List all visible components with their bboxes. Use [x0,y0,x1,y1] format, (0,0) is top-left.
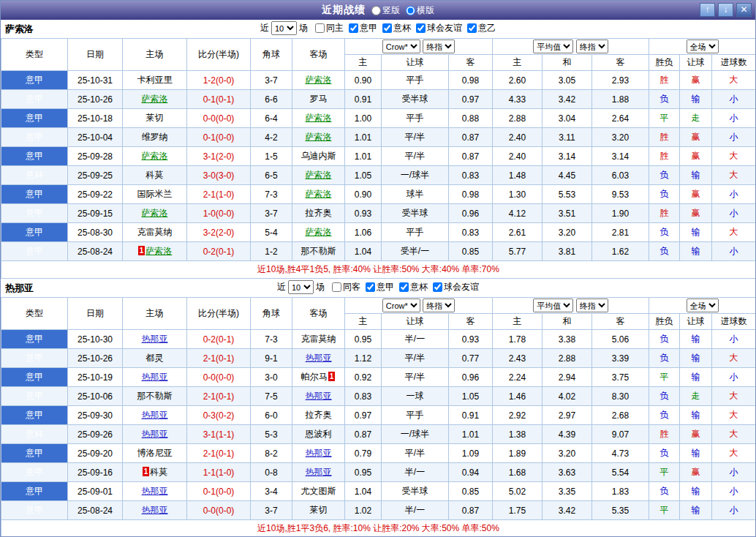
filter-option[interactable]: 同客 [332,281,360,293]
team-name-link[interactable]: 萨索洛 [142,94,168,104]
team-name-link[interactable]: 莱切 [310,505,328,515]
match-row: 意甲25-09-01热那亚0-1(0-0)3-4尤文图斯1.04受半球0.855… [1,482,756,501]
col-type: 类型 [1,298,68,330]
scroll-down-button[interactable]: ↓ [718,3,733,17]
filter-checkbox[interactable] [433,282,442,292]
team-name-link[interactable]: 拉齐奥 [306,208,332,218]
team-name-link[interactable]: 国际米兰 [137,189,173,199]
filter-option[interactable]: 球会友谊 [416,22,462,34]
filter-bar: 近 10 场 同客意甲意杯球会友谊 [1,280,755,294]
avg-home-cell: 2.40 [493,147,543,166]
team-name-link[interactable]: 萨索洛 [306,75,332,85]
team-name-link[interactable]: 帕尔马 [301,372,328,382]
result-cell: 平 [649,501,680,520]
result-cell: 负 [649,349,680,368]
filter-option[interactable]: 意杯 [399,281,428,293]
layout-radio[interactable] [371,6,381,15]
filter-checkbox[interactable] [332,282,341,292]
recent-count-select[interactable]: 10 [271,21,297,35]
team-name-link[interactable]: 莱切 [146,113,164,123]
avg-select[interactable]: 平均值 [533,40,573,53]
team-name-link[interactable]: 萨索洛 [306,189,332,199]
away-odds-cell: 0.83 [449,223,493,242]
full-match-select[interactable]: 全场 [687,298,719,312]
avg-home-cell: 1.38 [493,425,543,444]
filter-option[interactable]: 意甲 [349,22,377,34]
avg-home-cell: 2.61 [493,223,543,242]
team-name-link[interactable]: 萨索洛 [306,170,332,180]
filter-option[interactable]: 球会友谊 [433,281,479,293]
team-name-link[interactable]: 热那亚 [142,334,168,344]
team-name-link[interactable]: 萨索洛 [142,208,168,218]
team-name-link[interactable]: 科莫 [146,170,164,180]
layout-radio[interactable] [406,6,415,15]
match-row: 意甲25-10-30热那亚0-2(0-1)7-3克雷莫纳0.95半/一0.931… [1,330,756,349]
filter-checkbox[interactable] [467,23,477,33]
handicap-result-cell: 赢 [680,147,712,166]
filter-option[interactable]: 意杯 [382,22,411,34]
away-team-cell: 恩波利 [292,425,345,444]
team-name-link[interactable]: 克雷莫纳 [301,334,336,344]
team-name-link[interactable]: 热那亚 [142,410,168,420]
team-name-link[interactable]: 热那亚 [306,467,332,477]
avg-final-select[interactable]: 终指 [576,40,608,53]
titlebar: 近期战绩 竖版横版 ↑ ↓ ✕ [1,1,755,20]
odds-source-select[interactable]: Crow* [382,298,420,312]
filter-checkbox[interactable] [416,23,426,33]
team-name-link[interactable]: 科莫 [150,467,167,477]
filter-option[interactable]: 意甲 [366,281,394,293]
team-name-link[interactable]: 博洛尼亚 [137,448,173,458]
date-cell: 25-10-26 [68,90,123,109]
filter-checkbox[interactable] [366,282,375,292]
team-name-link[interactable]: 克雷莫纳 [137,227,173,237]
team-name-link[interactable]: 那不勒斯 [301,246,336,256]
team-name-link[interactable]: 都灵 [146,353,164,363]
goals-result-cell: 小 [712,90,756,109]
close-button[interactable]: ✕ [736,3,752,17]
filter-checkbox[interactable] [349,23,358,33]
odds-final-select[interactable]: 终指 [423,298,455,312]
avg-draw-cell: 2.88 [543,349,592,368]
filter-option[interactable]: 同主 [315,22,344,34]
date-cell: 25-10-19 [68,368,123,387]
filter-checkbox[interactable] [315,23,325,33]
team-name-link[interactable]: 热那亚 [306,353,332,363]
full-match-select[interactable]: 全场 [687,40,719,53]
team-name-link[interactable]: 乌迪内斯 [301,151,336,161]
team-name-link[interactable]: 那不勒斯 [137,391,173,401]
avg-away-cell: 3.75 [592,368,649,387]
avg-final-select[interactable]: 终指 [576,298,608,312]
odds-final-select[interactable]: 终指 [423,40,455,53]
team-name-link[interactable]: 萨索洛 [306,227,332,237]
filter-checkbox[interactable] [399,282,409,292]
layout-option[interactable]: 横版 [406,4,434,17]
team-name-link[interactable]: 热那亚 [142,429,168,439]
team-name-link[interactable]: 维罗纳 [142,132,168,142]
team-name-link[interactable]: 拉齐奥 [306,410,332,420]
odds-source-select[interactable]: Crow* [382,40,420,53]
team-name-link[interactable]: 萨索洛 [306,132,332,142]
team-name-link[interactable]: 卡利亚里 [137,75,173,85]
home-team-cell: 莱切 [123,109,187,128]
filter-checkbox[interactable] [382,23,392,33]
scroll-up-button[interactable]: ↑ [700,3,715,17]
handicap-cell: 一球 [382,387,449,406]
team-name-link[interactable]: 热那亚 [306,448,332,458]
team-name-link[interactable]: 尤文图斯 [301,486,336,496]
team-name-link[interactable]: 热那亚 [142,372,168,382]
filter-option[interactable]: 意乙 [467,22,496,34]
date-cell: 25-08-30 [68,223,123,242]
handicap-result-cell: 输 [680,223,712,242]
team-name-link[interactable]: 热那亚 [306,391,332,401]
handicap-cell: 受半球 [382,482,449,501]
avg-select[interactable]: 平均值 [533,298,573,312]
team-name-link[interactable]: 萨索洛 [306,113,332,123]
team-name-link[interactable]: 萨索洛 [142,151,168,161]
team-name-link[interactable]: 恩波利 [306,429,332,439]
team-name-link[interactable]: 热那亚 [142,505,168,515]
layout-option[interactable]: 竖版 [371,4,400,17]
team-name-link[interactable]: 萨索洛 [145,246,172,256]
team-name-link[interactable]: 热那亚 [142,486,168,496]
team-name-link[interactable]: 罗马 [310,94,328,104]
recent-count-select[interactable]: 10 [288,280,314,294]
